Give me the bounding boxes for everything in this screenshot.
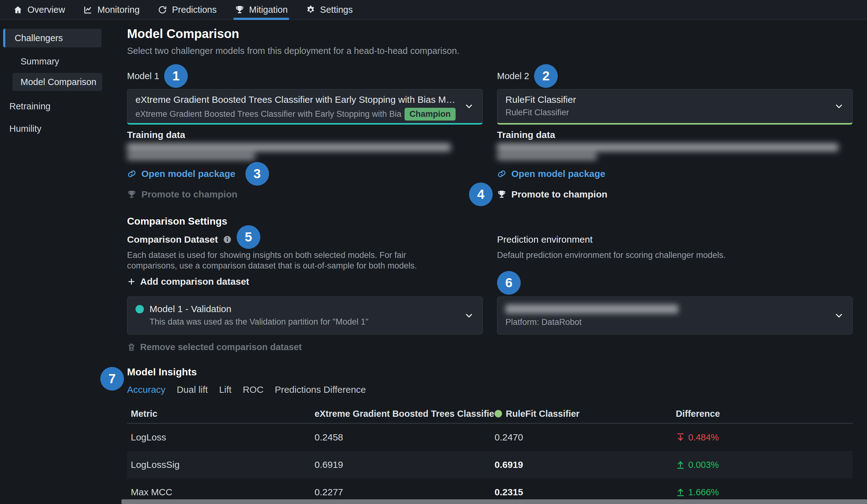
prediction-environment-select[interactable]: Platform: DataRobot [497, 297, 853, 334]
model-insights-title: Model Insights [127, 366, 853, 378]
nav-tab-label: Settings [320, 5, 353, 15]
horizontal-scrollbar[interactable] [121, 499, 867, 504]
sidebar-item-retraining[interactable]: Retraining [9, 99, 121, 114]
top-navigation: Overview Monitoring Predictions Mitigati… [0, 0, 867, 20]
model1-value: 0.2277 [314, 487, 494, 497]
dataset-select-subtitle: This data was used as the Validation par… [149, 317, 368, 327]
remove-dataset-label: Remove selected comparison dataset [140, 342, 302, 352]
metric-name: LogLossSig [131, 460, 314, 470]
model1-value: 0.2458 [314, 432, 494, 443]
model2-select[interactable]: RuleFit Classifier RuleFit Classifier [497, 89, 853, 125]
nav-tab-label: Mitigation [249, 5, 288, 15]
gear-icon [306, 5, 315, 15]
nav-tab-overview[interactable]: Overview [13, 0, 65, 19]
champion-badge: Champion [405, 108, 456, 120]
comparison-dataset-select-body: Model 1 - Validation This data was used … [127, 297, 456, 334]
open-package-label: Open model package [511, 169, 606, 179]
tab-predictions-difference[interactable]: Predictions Difference [275, 384, 366, 397]
model2-promote-button[interactable]: 4 Promote to champion [497, 187, 853, 201]
nav-tab-predictions[interactable]: Predictions [158, 0, 216, 19]
tab-lift[interactable]: Lift [219, 384, 232, 397]
nav-tab-monitoring[interactable]: Monitoring [83, 0, 140, 19]
plus-icon [127, 277, 136, 286]
chevron-down-icon[interactable] [456, 297, 482, 334]
sidebar-item-humility[interactable]: Humility [9, 121, 121, 136]
monitoring-icon [83, 5, 93, 15]
sidebar-item-label: Model Comparison [21, 77, 96, 87]
model1-select[interactable]: eXtreme Gradient Boosted Trees Classifie… [127, 89, 483, 125]
difference-value: 0.484% [676, 432, 853, 443]
add-dataset-label: Add comparison dataset [140, 276, 249, 287]
comparison-dataset-select[interactable]: Model 1 - Validation This data was used … [127, 297, 483, 334]
table-row: LogLoss 0.2458 0.2470 0.484% [127, 423, 853, 451]
sidebar-item-model-comparison[interactable]: Model Comparison [12, 73, 102, 91]
metric-name: Max MCC [131, 487, 314, 497]
tab-roc[interactable]: ROC [243, 384, 264, 397]
model1-selected-subtitle: eXtreme Gradient Boosted Trees Classifie… [136, 109, 402, 119]
prediction-environment-title: Prediction environment [497, 234, 593, 245]
add-comparison-dataset-button[interactable]: Add comparison dataset [127, 275, 483, 288]
model1-label: Model 1 [127, 71, 159, 81]
open-package-label: Open model package [141, 169, 235, 179]
chevron-down-icon[interactable] [826, 297, 852, 334]
model2-open-package-link[interactable]: Open model package [497, 167, 853, 181]
prediction-environment-platform: Platform: DataRobot [505, 318, 826, 327]
comparison-dataset-label-row: Comparison Dataset 5 [127, 233, 483, 246]
col-header-model2: RuleFit Classifier [494, 409, 676, 419]
main-content: Model Comparison Select two challenger m… [121, 20, 867, 503]
tab-accuracy[interactable]: Accuracy [127, 384, 165, 397]
arrow-from-bar-icon [676, 433, 685, 442]
sidebar: Challengers Summary Model Comparison Ret… [0, 20, 121, 503]
model1-select-body: eXtreme Gradient Boosted Trees Classifie… [127, 89, 456, 123]
annotation-badge-2: 2 [534, 64, 558, 88]
metrics-table: Metric eXtreme Gradient Boosted Trees Cl… [127, 404, 853, 504]
comparison-dataset-description: Each dataset is used for showing insight… [127, 250, 443, 271]
model1-promote-button[interactable]: Promote to champion [127, 187, 483, 201]
chevron-down-icon[interactable] [456, 89, 482, 123]
nav-tab-label: Predictions [172, 5, 216, 15]
sidebar-item-summary[interactable]: Summary [21, 54, 121, 68]
promote-label: Promote to champion [141, 189, 237, 200]
info-icon[interactable] [223, 235, 232, 244]
arrow-from-bar-icon [676, 487, 685, 497]
model2-label-row: Model 2 2 [497, 67, 853, 85]
annotation-badge-3: 3 [245, 162, 269, 186]
col-header-metric: Metric [131, 409, 314, 419]
model2-value: 0.2315 [494, 487, 676, 497]
trash-icon [127, 343, 136, 351]
table-row: LogLossSig 0.6919 0.6919 0.003% [127, 451, 853, 479]
nav-tab-label: Monitoring [97, 5, 140, 15]
model2-training-data-label: Training data [497, 130, 853, 140]
chevron-down-icon[interactable] [826, 89, 852, 123]
remove-comparison-dataset-button[interactable]: Remove selected comparison dataset [127, 341, 483, 353]
nav-tab-settings[interactable]: Settings [306, 0, 353, 19]
model1-training-data-redacted [127, 143, 483, 161]
annotation-badge-1: 1 [164, 64, 188, 88]
nav-tab-mitigation[interactable]: Mitigation [235, 0, 288, 19]
link-icon [497, 169, 506, 179]
arrow-from-bar-icon [676, 460, 685, 469]
model2-label: Model 2 [497, 71, 529, 81]
sidebar-item-challengers[interactable]: Challengers [3, 29, 101, 47]
home-icon [13, 5, 23, 15]
tab-dual-lift[interactable]: Dual lift [176, 384, 208, 397]
model1-label-row: Model 1 1 [127, 67, 483, 85]
annotation-badge-7: 7 [100, 367, 124, 390]
model1-value: 0.6919 [314, 460, 494, 470]
model1-open-package-link[interactable]: Open model package 3 [127, 167, 483, 181]
prediction-environment-description: Default prediction environment for scori… [497, 250, 813, 271]
page-subtitle: Select two challenger models from this d… [127, 45, 853, 56]
trophy-icon [235, 5, 245, 15]
model2-value: 0.6919 [494, 460, 676, 470]
sidebar-item-label: Retraining [9, 101, 51, 111]
sidebar-item-label: Summary [21, 56, 59, 67]
annotation-badge-6: 6 [497, 271, 521, 295]
model2-selected-title: RuleFit Classifier [505, 94, 826, 105]
annotation-badge-5: 5 [237, 225, 260, 249]
prediction-environment-title-row: Prediction environment [497, 233, 853, 246]
prediction-environment-redacted [505, 304, 678, 314]
trophy-icon [127, 190, 136, 199]
promote-label: Promote to champion [511, 189, 607, 200]
page-title: Model Comparison [127, 27, 853, 41]
model-insights-header: 7 Model Insights Accuracy Dual lift Lift… [127, 366, 853, 397]
